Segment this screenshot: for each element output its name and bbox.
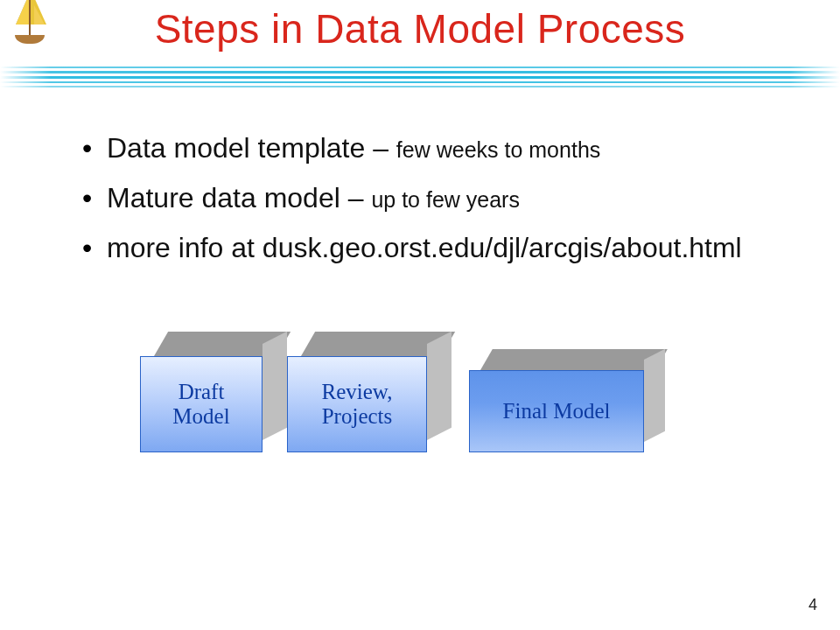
bullet-text-strong: Data model template – — [107, 132, 396, 164]
bullet-text-rest: up to few years — [371, 187, 520, 212]
bullet-text-rest: few weeks to months — [396, 137, 600, 162]
bullet-item: Mature data model – up to few years — [82, 179, 814, 217]
bullet-text-strong: more info at dusk.geo.orst.edu/djl/arcgi… — [107, 232, 742, 263]
header-divider — [0, 63, 840, 94]
box-draft-model: Draft Model — [140, 356, 262, 452]
page-number: 4 — [808, 596, 817, 614]
slide-title: Steps in Data Model Process — [0, 5, 840, 52]
bullet-list: Data model template – few weeks to month… — [47, 130, 814, 268]
box-final-model: Final Model — [469, 370, 644, 452]
box-review-projects: Review, Projects — [287, 356, 427, 452]
box-label: Review, Projects — [287, 356, 427, 452]
bullet-item: more info at dusk.geo.orst.edu/djl/arcgi… — [82, 229, 814, 267]
box-label: Draft Model — [140, 356, 262, 452]
bullet-item: Data model template – few weeks to month… — [82, 130, 814, 167]
bullet-text-strong: Mature data model – — [107, 182, 371, 214]
box-label: Final Model — [469, 370, 644, 452]
process-boxes: Draft Model Review, Projects Final Model — [140, 356, 644, 452]
slide-header: Steps in Data Model Process — [0, 0, 840, 94]
